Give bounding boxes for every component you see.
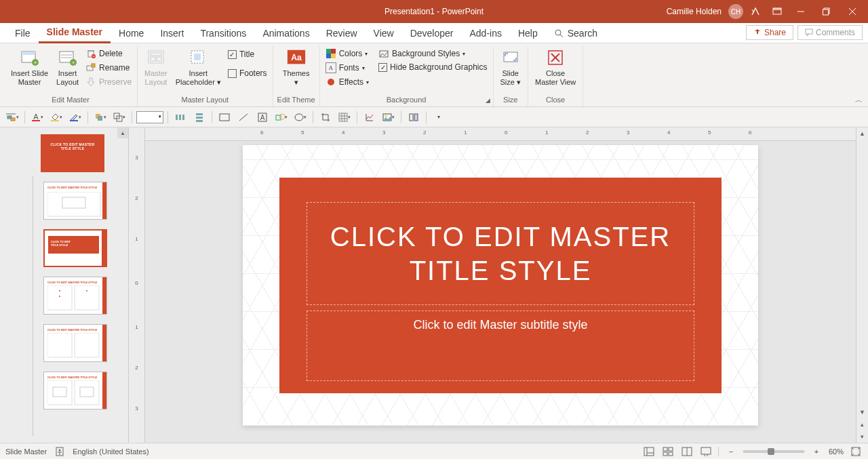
svg-line-9 [560,35,563,37]
tab-animations[interactable]: Animations [254,24,317,43]
background-dialog-launcher[interactable]: ◢ [486,97,490,104]
scroll-down-button[interactable]: ▼ [856,406,868,418]
crop-button[interactable] [317,110,334,125]
rename-button[interactable]: Rename [84,62,133,74]
master-title-placeholder[interactable]: CLICK TO EDIT MASTER TITLE STYLE [307,202,694,305]
thumb-layout-1[interactable]: CLICK TO EDIT MASTER TITLE STYLE [43,182,107,220]
thumb-layout-5[interactable]: CLICK TO EDIT MASTER TITLE STYLE [43,372,107,410]
selection-pane-button[interactable] [406,110,422,125]
next-slide-button[interactable]: ▾ [856,431,868,443]
insert-slide-master-button[interactable]: + Insert Slide Master [8,46,51,88]
thumb-layout-3[interactable]: CLICK TO EDIT MASTER TITLE STYLE [43,277,107,315]
zoom-level[interactable]: 60% [829,447,844,456]
tab-view[interactable]: View [366,24,402,43]
tab-help[interactable]: Help [510,24,546,43]
thumbnail-panel[interactable]: ▲ CLICK TO EDIT MASTER TITLE STYLE CLICK… [0,127,129,443]
shapes-button[interactable]: ▾ [273,110,290,125]
prev-slide-button[interactable]: ▴ [856,418,868,431]
slide[interactable]: CLICK TO EDIT MASTER TITLE STYLE Click t… [243,145,758,426]
view-reading-button[interactable] [680,445,694,458]
svg-rect-91 [80,387,94,397]
view-sorter-button[interactable] [661,445,675,458]
rectangle-shape-button[interactable] [216,110,233,125]
arrange-button[interactable]: ▾ [92,110,108,125]
editor-canvas[interactable]: 6 5 4 3 2 1 0 1 2 3 4 5 6 CLICK TO EDIT … [145,127,856,443]
comments-button[interactable]: Comments [797,25,863,40]
status-language[interactable]: English (United States) [73,447,149,456]
status-bar: Slide Master English (United States) − +… [0,443,868,459]
oval-button[interactable]: ▾ [292,110,309,125]
hide-background-checkbox[interactable]: ✓Hide Background Graphics [377,62,488,73]
group-button[interactable]: ▾ [111,110,127,125]
footers-checkbox[interactable]: Footers [226,68,269,79]
thumb-layout-4[interactable]: CLICK TO EDIT MASTER TITLE STYLE [43,324,107,362]
group-background: Colors ▾ AFonts ▾ Effects ▾ Background S… [320,46,494,106]
table-button[interactable]: ▾ [336,110,353,125]
minimize-button[interactable] [789,2,812,21]
svg-rect-98 [669,447,673,451]
thumb-master[interactable]: CLICK TO EDIT MASTER TITLE STYLE [41,134,104,172]
view-slideshow-button[interactable] [699,445,713,458]
view-normal-button[interactable] [642,445,656,458]
preserve-button[interactable]: Preserve [84,76,133,88]
svg-rect-94 [644,447,654,456]
delete-button[interactable]: Delete [84,47,133,60]
master-subtitle-placeholder[interactable]: Click to edit Master subtitle style [307,311,694,381]
status-mode: Slide Master [5,447,47,456]
coming-soon-icon[interactable] [746,2,765,21]
text-box-button[interactable]: A [254,110,271,125]
font-color-button[interactable]: A▾ [29,110,45,125]
svg-rect-87 [75,333,99,357]
tab-developer[interactable]: Developer [402,24,462,43]
tab-insert[interactable]: Insert [152,24,192,43]
chart-button[interactable] [361,110,378,125]
tab-slide-master[interactable]: Slide Master [39,22,111,43]
more-button[interactable]: ▾ [431,110,447,125]
quick-toolbar: ▾ A▾ ▾ ▾ ▾ ▾ ▾ A ▾ ▾ ▾ ▾ ▾ [0,107,868,127]
tab-review[interactable]: Review [318,24,366,43]
vertical-scrollbar[interactable]: ▲ ▼ ▴ ▾ [856,127,868,443]
display-options-icon[interactable] [768,2,787,21]
close-master-view-button[interactable]: Close Master View [532,46,578,88]
align-button[interactable]: ▾ [4,110,20,125]
zoom-in-button[interactable]: + [810,445,823,458]
svg-text:A: A [260,114,265,121]
svg-point-8 [555,30,561,35]
effects-button[interactable]: Effects ▾ [324,76,370,88]
zoom-out-button[interactable]: − [724,445,738,458]
close-button[interactable] [841,2,864,21]
tab-file[interactable]: File [7,24,39,43]
share-button[interactable]: Share [746,25,793,40]
insert-placeholder-button[interactable]: Insert Placeholder ▾ [173,46,224,88]
thumb-layout-2[interactable]: CLICK TO EDIT TITLE STYLE [43,229,107,267]
themes-button[interactable]: Aa Themes▾ [280,46,313,88]
picture-button[interactable]: ▾ [380,110,397,125]
thumb-scroll-up[interactable]: ▲ [117,127,128,138]
distribute-h-button[interactable] [172,110,189,125]
tab-addins[interactable]: Add-ins [461,24,509,43]
user-avatar[interactable]: CH [728,4,743,19]
fonts-button[interactable]: AFonts ▾ [324,62,370,74]
distribute-v-button[interactable] [191,110,208,125]
title-checkbox[interactable]: ✓Title [226,49,269,60]
shape-fill-swatch[interactable]: ▾ [136,111,163,123]
line-shape-button[interactable] [235,110,252,125]
maximize-button[interactable] [815,2,838,21]
scroll-up-button[interactable]: ▲ [856,127,868,140]
outline-button[interactable]: ▾ [67,110,83,125]
zoom-slider[interactable] [743,450,804,453]
group-label-edit-master: Edit Master [8,94,133,106]
svg-rect-46 [11,118,15,121]
search-button[interactable]: Search [546,24,606,43]
collapse-ribbon-button[interactable]: ︿ [855,95,863,105]
accessibility-icon[interactable] [55,447,64,456]
insert-layout-button[interactable]: + Insert Layout [54,46,81,88]
fill-color-button[interactable]: ▾ [48,110,64,125]
colors-button[interactable]: Colors ▾ [324,47,370,60]
fit-to-window-button[interactable] [849,445,863,458]
background-styles-button[interactable]: Background Styles ▾ [377,47,488,60]
slide-size-button[interactable]: Slide Size ▾ [498,46,524,88]
tab-home[interactable]: Home [111,24,152,43]
tab-transitions[interactable]: Transitions [192,24,254,43]
search-icon [554,28,564,38]
